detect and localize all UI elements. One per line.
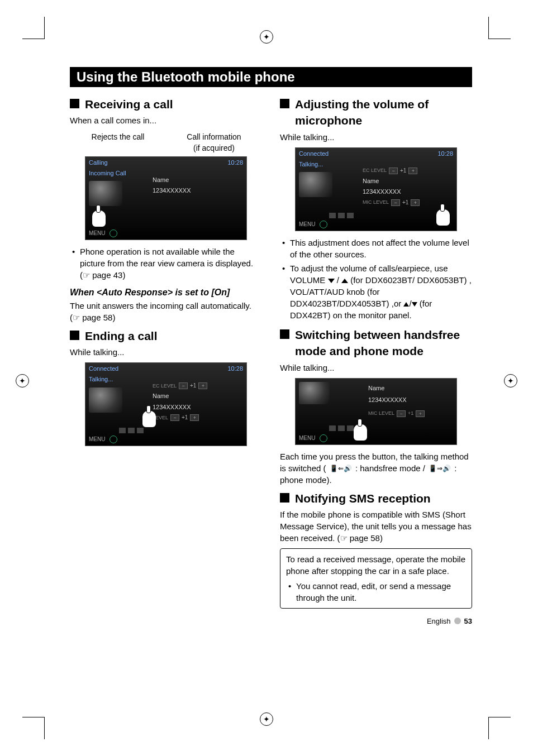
left-column: Receiving a call When a call comes in...… <box>70 93 262 609</box>
phone-number: 1234XXXXXX <box>153 403 191 412</box>
crop-mark-tr <box>488 17 511 39</box>
mode-icons <box>119 428 144 433</box>
clock: 10:28 <box>227 159 243 167</box>
ec-value: +1 <box>190 382 196 390</box>
call-status: Talking... <box>89 375 147 384</box>
heading-adjust-volume: Adjusting the volume of microphone <box>280 96 472 129</box>
subheading-auto-response: When <Auto Response> is set to [On] <box>70 286 262 299</box>
home-circle-icon <box>320 221 327 228</box>
page-content: Using the Bluetooth mobile phone Receivi… <box>70 67 472 609</box>
triangle-down-icon <box>412 302 417 307</box>
call-status: Incoming Call <box>89 169 147 178</box>
square-bullet-icon <box>280 493 289 503</box>
plus-button[interactable]: + <box>198 382 207 389</box>
registration-mark-bottom <box>260 712 273 726</box>
bullet-list: This adjustment does not affect the volu… <box>280 237 472 321</box>
footer-language: English <box>427 617 451 625</box>
crop-mark-bl <box>22 717 45 739</box>
phone-number: 1234XXXXXX <box>368 396 425 404</box>
home-circle-icon <box>110 229 117 237</box>
plus-button[interactable]: + <box>411 199 420 206</box>
heading-sms: Notifying SMS reception <box>280 490 472 506</box>
heading-text: Switching between handsfree mode and pho… <box>295 327 472 360</box>
auto-response-text: The unit answers the incoming call autom… <box>70 300 262 323</box>
square-bullet-icon <box>280 99 289 108</box>
name-label: Name <box>153 176 169 184</box>
ec-level-label: EC LEVEL <box>153 382 177 390</box>
registration-mark-left <box>16 374 29 387</box>
home-circle-icon <box>110 436 117 443</box>
heading-text: Adjusting the volume of microphone <box>295 96 472 129</box>
heading-ending-call: Ending a call <box>70 328 262 344</box>
footer-dot-icon <box>454 618 461 624</box>
call-status: Talking... <box>299 160 358 169</box>
mic-value: +1 <box>402 199 408 207</box>
heading-text: Ending a call <box>85 328 158 344</box>
menu-label: MENU <box>299 434 315 442</box>
menu-label: MENU <box>89 436 105 443</box>
mic-level-label: MIC LEVEL <box>368 410 394 417</box>
avatar-icon <box>89 181 122 206</box>
mode-icons <box>329 213 354 218</box>
bullet-list: Phone operation is not available while t… <box>70 246 262 281</box>
avatar-icon <box>89 387 122 413</box>
plus-button[interactable]: + <box>408 168 417 174</box>
phone-mode-icon: 📱⇒🔊 <box>427 464 452 473</box>
heading-text: Notifying SMS reception <box>295 490 431 506</box>
screenshot-incoming-call: Calling 10:28 Incoming Call Name 1234XXX… <box>85 156 247 240</box>
note-text: To read a received message, operate the … <box>286 553 466 577</box>
heading-receiving-call: Receiving a call <box>70 96 262 112</box>
intro-receiving: When a call comes in... <box>70 114 262 126</box>
minus-button[interactable]: − <box>170 414 179 421</box>
handsfree-mode-icon: 📱⇐🔊 <box>329 464 353 473</box>
label-callinfo: Call information (if acquired) <box>166 132 262 154</box>
name-label: Name <box>153 392 169 400</box>
screenshot-talking-end: Connected 10:28 Talking... EC LEVEL − +1… <box>85 362 247 446</box>
screenshot-mic-level: Connected 10:28 Talking... EC LEVEL − +1… <box>295 147 457 231</box>
level-value: +1 <box>182 414 188 422</box>
touch-icon <box>434 204 452 226</box>
bt-status: Connected <box>89 365 118 373</box>
note-box: To read a received message, operate the … <box>280 548 472 609</box>
mic-level-label: MIC LEVEL <box>363 199 389 206</box>
square-bullet-icon <box>70 331 79 340</box>
volume-up-icon <box>341 279 348 283</box>
bt-status: Calling <box>89 159 108 167</box>
label-rejects: Rejects the call <box>70 132 166 154</box>
menu-label: MENU <box>299 221 315 228</box>
right-column: Adjusting the volume of microphone While… <box>280 93 472 609</box>
plus-button[interactable]: + <box>190 414 199 421</box>
page-footer: English 53 <box>427 617 472 625</box>
clock: 10:28 <box>227 365 243 373</box>
intro-switch: While talking... <box>280 362 472 374</box>
clock: 10:28 <box>437 150 453 158</box>
avatar-icon <box>299 172 332 197</box>
touch-icon <box>90 205 108 227</box>
crop-mark-tl <box>22 17 45 39</box>
bullet-no-affect: This adjustment does not affect the volu… <box>290 237 472 260</box>
minus-button[interactable]: − <box>391 199 400 206</box>
bullet-phone-op: Phone operation is not available while t… <box>80 246 262 281</box>
note-bullet: You cannot read, edit, or send a message… <box>296 580 466 604</box>
mic-value: +1 <box>408 410 413 417</box>
crop-mark-br <box>488 717 511 739</box>
plus-button[interactable]: + <box>416 410 425 417</box>
ec-level-label: EC LEVEL <box>363 167 387 174</box>
touch-icon <box>140 405 158 428</box>
mode-icons <box>329 425 354 431</box>
triangle-up-icon <box>403 302 409 307</box>
page-number: 53 <box>464 617 472 625</box>
name-label: Name <box>368 384 425 393</box>
minus-button[interactable]: − <box>389 168 398 174</box>
minus-button[interactable]: − <box>397 410 406 417</box>
section-title-bar: Using the Bluetooth mobile phone <box>70 67 472 87</box>
intro-adjust: While talking... <box>280 131 472 143</box>
switch-description: Each time you press the button, the talk… <box>280 451 472 486</box>
heading-text: Receiving a call <box>85 96 173 112</box>
bt-status: Connected <box>299 150 329 158</box>
screenshot-labels: Rejects the call Call information (if ac… <box>70 132 262 154</box>
phone-number: 1234XXXXXX <box>153 186 191 195</box>
sms-description: If the mobile phone is compatible with S… <box>280 509 472 544</box>
touch-icon <box>351 419 369 441</box>
minus-button[interactable]: − <box>179 382 188 389</box>
